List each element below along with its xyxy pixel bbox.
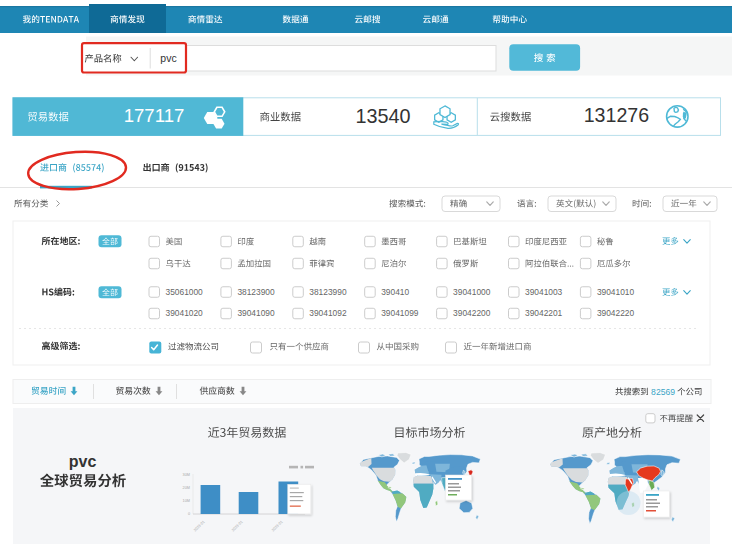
- svg-text:13540: 13540: [355, 105, 410, 127]
- svg-text:39041010: 39041010: [597, 287, 635, 297]
- svg-text:39041003: 39041003: [525, 287, 563, 297]
- svg-text:390410: 390410: [381, 287, 409, 297]
- svg-text:39041099: 39041099: [381, 308, 419, 318]
- svg-text:131276: 131276: [584, 104, 649, 126]
- svg-text:pvc: pvc: [160, 52, 176, 64]
- svg-text:39041000: 39041000: [453, 287, 491, 297]
- svg-text:82569: 82569: [651, 387, 675, 397]
- svg-text:20M: 20M: [183, 486, 190, 490]
- svg-text:38123990: 38123990: [309, 287, 347, 297]
- svg-text:35061000: 35061000: [166, 287, 204, 297]
- svg-text:38123900: 38123900: [237, 287, 275, 297]
- svg-text:39042201: 39042201: [525, 308, 563, 318]
- svg-text:177117: 177117: [124, 105, 185, 126]
- svg-text:0: 0: [188, 512, 190, 516]
- svg-text:39042220: 39042220: [597, 308, 635, 318]
- svg-text:10M: 10M: [183, 499, 190, 503]
- svg-text:39041092: 39041092: [309, 308, 347, 318]
- svg-text:30M: 30M: [183, 473, 190, 477]
- svg-text:39041090: 39041090: [237, 308, 275, 318]
- svg-text:39041020: 39041020: [166, 308, 204, 318]
- svg-text:39042200: 39042200: [453, 308, 491, 318]
- svg-text:pvc: pvc: [69, 453, 97, 470]
